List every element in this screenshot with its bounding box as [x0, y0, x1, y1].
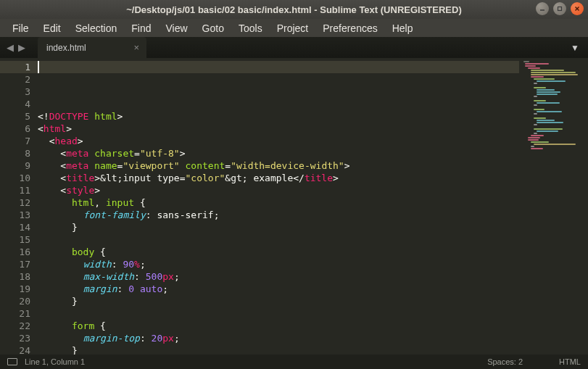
- line-number: 5: [0, 110, 30, 123]
- menu-tools[interactable]: Tools: [232, 21, 269, 36]
- line-number: 4: [0, 98, 30, 110]
- text-cursor: [38, 61, 39, 73]
- line-number: 11: [0, 184, 30, 196]
- line-number: 23: [0, 332, 30, 344]
- line-number: 6: [0, 123, 30, 135]
- line-number: 7: [0, 135, 30, 147]
- line-number-gutter[interactable]: 1 2 3 4 5 6 7 8 9 10 11 12 13 14 15 16 1…: [0, 58, 38, 355]
- line-number: 14: [0, 221, 30, 233]
- window-controls: [536, 2, 584, 15]
- line-number: 19: [0, 283, 30, 295]
- line-number: 1: [0, 61, 38, 73]
- line-number: 9: [0, 159, 30, 172]
- menu-help[interactable]: Help: [386, 21, 420, 36]
- back-icon[interactable]: ◀: [4, 42, 16, 54]
- minimize-button[interactable]: [536, 2, 549, 15]
- line-number: 15: [0, 233, 30, 246]
- menu-edit[interactable]: Edit: [37, 21, 67, 36]
- line-number: 24: [0, 344, 30, 355]
- forward-icon[interactable]: ▶: [16, 42, 28, 54]
- code-content: <!DOCTYPE html> <html> <head> <meta char…: [38, 98, 519, 355]
- menu-view[interactable]: View: [160, 21, 194, 36]
- sublime-window: ~/Desktop/js/01 basic/02 basic/index.htm…: [0, 0, 588, 369]
- line-number: 2: [0, 73, 30, 86]
- close-button[interactable]: [571, 2, 584, 15]
- line-number: 21: [0, 307, 30, 320]
- menu-selection[interactable]: Selection: [69, 21, 124, 36]
- tab-index-html[interactable]: index.html ×: [38, 37, 146, 58]
- tab-overflow-icon[interactable]: ▼: [562, 43, 588, 53]
- tab-close-icon[interactable]: ×: [133, 42, 139, 53]
- current-line-highlight: [38, 61, 519, 73]
- menu-file[interactable]: File: [6, 21, 36, 36]
- line-number: 12: [0, 196, 30, 209]
- cursor-position: Line 1, Column 1: [25, 357, 85, 366]
- svg-rect-1: [558, 7, 562, 11]
- menu-preferences[interactable]: Preferences: [316, 21, 384, 36]
- window-title: ~/Desktop/js/01 basic/02 basic/index.htm…: [0, 4, 588, 15]
- menu-goto[interactable]: Goto: [196, 21, 231, 36]
- statusbar: Line 1, Column 1 Spaces: 2 HTML: [0, 355, 588, 369]
- line-number: 3: [0, 86, 30, 98]
- line-number: 22: [0, 320, 30, 332]
- indentation-indicator[interactable]: Spaces: 2: [487, 357, 523, 366]
- nav-arrows: ◀ ▶: [0, 42, 32, 54]
- line-number: 17: [0, 258, 30, 270]
- code-editor[interactable]: <!DOCTYPE html> <html> <head> <meta char…: [38, 58, 519, 355]
- line-number: 13: [0, 209, 30, 221]
- tab-label: index.html: [46, 43, 86, 53]
- menu-find[interactable]: Find: [125, 21, 157, 36]
- minimap[interactable]: [519, 58, 588, 355]
- line-number: 20: [0, 295, 30, 307]
- line-number: 18: [0, 270, 30, 283]
- line-number: 8: [0, 147, 30, 159]
- tab-bar: ◀ ▶ index.html × ▼: [0, 37, 588, 58]
- editor-area: 1 2 3 4 5 6 7 8 9 10 11 12 13 14 15 16 1…: [0, 58, 588, 355]
- titlebar[interactable]: ~/Desktop/js/01 basic/02 basic/index.htm…: [0, 0, 588, 19]
- line-number: 10: [0, 172, 30, 184]
- line-number: 16: [0, 246, 30, 258]
- syntax-indicator[interactable]: HTML: [559, 357, 581, 366]
- panel-switcher-icon[interactable]: [7, 358, 17, 365]
- menu-project[interactable]: Project: [270, 21, 315, 36]
- menubar: File Edit Selection Find View Goto Tools…: [0, 19, 588, 37]
- maximize-button[interactable]: [553, 2, 566, 15]
